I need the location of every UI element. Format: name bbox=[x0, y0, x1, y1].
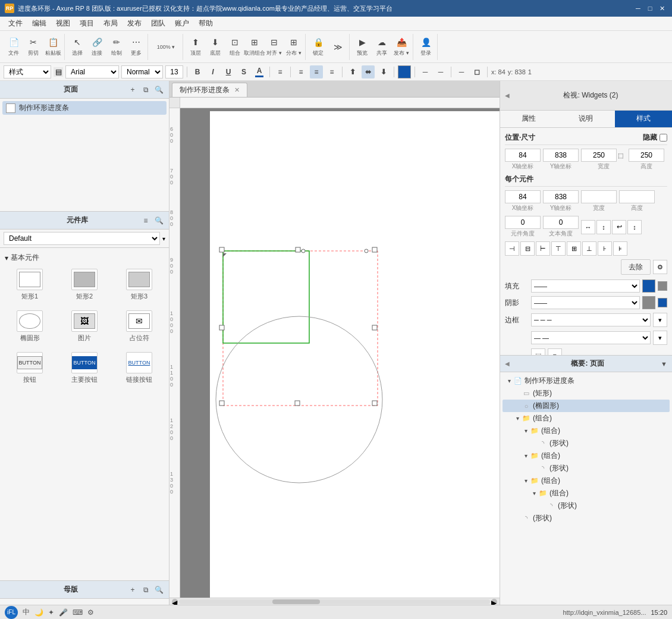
widget-rect1[interactable]: 矩形1 bbox=[5, 266, 55, 303]
widget-button[interactable]: BUTTON 按钮 bbox=[5, 350, 55, 387]
w-input[interactable] bbox=[581, 149, 617, 162]
align-center-btn[interactable]: ≡ bbox=[310, 65, 323, 78]
per-y-input[interactable] bbox=[543, 190, 579, 203]
tree-item-ellipse[interactable]: ○ (椭圆形) bbox=[503, 400, 670, 412]
toolbar-ungroup-btn[interactable]: ⊞取消组合 bbox=[245, 34, 264, 60]
shadow-type-select[interactable]: —— bbox=[531, 296, 640, 309]
font-color-btn[interactable]: A bbox=[253, 65, 266, 78]
toolbar-login-btn[interactable]: 👤登录 bbox=[416, 34, 435, 60]
toolbar-distribute-btn[interactable]: ⊞分布 ▾ bbox=[284, 34, 303, 60]
pages-dup-icon[interactable]: ⧉ bbox=[140, 84, 151, 95]
menu-layout[interactable]: 布局 bbox=[99, 17, 123, 30]
toolbar-more1-btn[interactable]: ⋯更多 bbox=[127, 34, 146, 60]
toolbar-cut-btn[interactable]: ✂剪切 bbox=[24, 34, 43, 60]
h-input[interactable] bbox=[629, 149, 664, 162]
tab-description[interactable]: 说明 bbox=[557, 111, 614, 127]
tree-item-group3[interactable]: ▾ 📁 (组合) bbox=[503, 450, 670, 462]
strikethrough-btn[interactable]: S bbox=[237, 65, 250, 78]
tree-toggle-group3[interactable]: ▾ bbox=[522, 452, 530, 460]
fill-type-select[interactable]: —— bbox=[531, 279, 640, 293]
overview-list[interactable]: ▾ 📄 制作环形进度条 ▭ (矩形) ○ (椭圆形) bbox=[500, 372, 672, 605]
per-w-input[interactable] bbox=[581, 190, 617, 203]
widget-basic-toggle[interactable]: ▾ 基本元件 bbox=[5, 253, 164, 263]
tree-toggle-group4[interactable]: ▾ bbox=[522, 477, 530, 485]
master-search-icon[interactable]: 🔍 bbox=[153, 585, 164, 595]
tree-item-page-root[interactable]: ▾ 📄 制作环形进度条 bbox=[503, 375, 670, 387]
corner-btn[interactable]: ◻ bbox=[470, 65, 483, 78]
align-left-edge-btn[interactable]: ⊣ bbox=[505, 241, 519, 256]
toolbar-draw-btn[interactable]: ✏绘制 bbox=[107, 34, 126, 60]
h-scrollbar[interactable]: ◀ ▶ bbox=[169, 598, 500, 605]
scroll-right-btn[interactable]: ▶ bbox=[491, 599, 497, 605]
rotate-btn[interactable]: ↩ bbox=[612, 220, 626, 234]
tree-item-group4[interactable]: ▾ 📁 (组合) bbox=[503, 475, 670, 487]
tree-item-shape1[interactable]: ◝ (形状) bbox=[503, 437, 670, 450]
border-style-select[interactable]: ─ ─ ─ bbox=[531, 313, 651, 326]
overview-filter-icon[interactable]: ▼ bbox=[661, 360, 667, 367]
widget-image[interactable]: 🖼 图片 bbox=[59, 308, 109, 345]
widget-rect3[interactable]: 矩形3 bbox=[114, 266, 164, 303]
tree-item-shape2[interactable]: ◝ (形状) bbox=[503, 462, 670, 475]
tree-item-group1[interactable]: ▾ 📁 (组合) bbox=[503, 412, 670, 425]
toolbar-paste-btn[interactable]: 📋粘贴板 bbox=[43, 34, 62, 60]
moon-icon[interactable]: 🌙 bbox=[34, 608, 43, 617]
toolbar-top-btn[interactable]: ⬆顶层 bbox=[186, 34, 205, 60]
menu-file[interactable]: 文件 bbox=[4, 17, 27, 30]
scroll-left-btn[interactable]: ◀ bbox=[172, 599, 178, 605]
tree-item-group2[interactable]: ▾ 📁 (组合) bbox=[503, 425, 670, 437]
align-bottom-edge-btn[interactable]: ⊥ bbox=[582, 241, 596, 256]
widget-list-icon[interactable]: ≡ bbox=[140, 215, 151, 226]
border-color-select[interactable]: — — bbox=[531, 331, 651, 344]
border-side-btn2[interactable]: ▾ bbox=[548, 348, 562, 355]
align-left-btn[interactable]: ≡ bbox=[294, 65, 307, 78]
y-input[interactable] bbox=[543, 149, 579, 162]
x-input[interactable] bbox=[505, 149, 541, 162]
toolbar-zoom-btn[interactable]: 100% ▾ bbox=[151, 34, 181, 60]
toolbar-more2-btn[interactable]: ≫ bbox=[328, 34, 347, 60]
align-center-v-btn[interactable]: ⊞ bbox=[567, 241, 581, 256]
widget-link-button[interactable]: BUTTON 链接按钮 bbox=[114, 350, 164, 387]
close-button[interactable]: ✕ bbox=[657, 3, 667, 14]
widget-ellipse[interactable]: 椭圆形 bbox=[5, 308, 55, 345]
tab-properties[interactable]: 属性 bbox=[500, 111, 557, 127]
tree-toggle-group2[interactable]: ▾ bbox=[522, 427, 530, 435]
valign-middle-btn[interactable]: ⬌ bbox=[362, 65, 375, 78]
settings-icon[interactable]: ⚙ bbox=[87, 608, 94, 617]
tree-item-group5[interactable]: ▾ 📁 (组合) bbox=[503, 487, 670, 499]
flip-h-btn[interactable]: ↔ bbox=[581, 220, 595, 234]
border-style-btn[interactable]: ▾ bbox=[653, 313, 667, 327]
tree-toggle-page-root[interactable]: ▾ bbox=[505, 377, 513, 385]
canvas-scroll[interactable] bbox=[180, 108, 500, 598]
shadow-color-swatch2[interactable] bbox=[658, 298, 667, 307]
align-center-h-btn[interactable]: ⊟ bbox=[520, 241, 535, 256]
italic-btn[interactable]: I bbox=[206, 65, 219, 78]
flip-v-btn[interactable]: ↕ bbox=[596, 220, 611, 234]
remove-btn[interactable]: 去除 bbox=[621, 259, 651, 275]
lock-wh-icon[interactable]: ⬚ bbox=[618, 152, 626, 159]
remove-settings-icon[interactable]: ⚙ bbox=[653, 260, 667, 274]
toolbar-file-btn[interactable]: 📄文件 bbox=[4, 34, 23, 60]
per-x-input[interactable] bbox=[505, 190, 541, 203]
valign-bottom-btn[interactable]: ⬇ bbox=[377, 65, 390, 78]
border-icon-btn2[interactable]: ▾ bbox=[653, 331, 667, 345]
toolbar-bottom-btn[interactable]: ⬇底层 bbox=[206, 34, 225, 60]
tree-item-shape3[interactable]: ◝ (形状) bbox=[503, 499, 670, 512]
widget-primary-button[interactable]: BUTTON 主要按钮 bbox=[59, 350, 109, 387]
minimize-button[interactable]: ─ bbox=[633, 3, 643, 14]
font-size-input[interactable] bbox=[165, 65, 183, 78]
master-dup-icon[interactable]: ⧉ bbox=[140, 585, 151, 595]
align-top-edge-btn[interactable]: ⊤ bbox=[551, 241, 566, 256]
pages-add-icon[interactable]: + bbox=[127, 84, 138, 95]
fill-color-swatch2[interactable] bbox=[658, 281, 667, 291]
maximize-button[interactable]: □ bbox=[645, 3, 655, 14]
menu-project[interactable]: 项目 bbox=[75, 17, 99, 30]
font-style-select[interactable]: Normal bbox=[121, 65, 163, 78]
menu-help[interactable]: 帮助 bbox=[194, 17, 218, 30]
distribute-v-btn[interactable]: ⊧ bbox=[613, 241, 627, 256]
font-select[interactable]: Arial bbox=[65, 65, 119, 78]
menu-account[interactable]: 账户 bbox=[170, 17, 194, 30]
shadow-color-swatch1[interactable] bbox=[642, 296, 655, 309]
underline-btn[interactable]: U bbox=[222, 65, 235, 78]
toolbar-align-btn[interactable]: ⊟对齐 ▾ bbox=[265, 34, 284, 60]
page-item[interactable]: 制作环形进度条 bbox=[2, 101, 167, 115]
